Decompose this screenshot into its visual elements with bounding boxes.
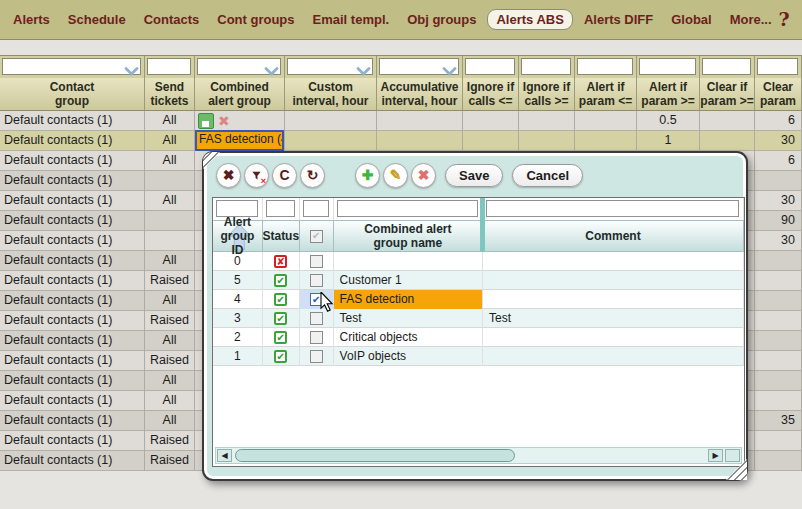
dialog-column-header-name[interactable]: Combined alertgroup name: [334, 220, 483, 252]
clear-button[interactable]: C: [272, 163, 297, 188]
dropdown-chevron-icon[interactable]: [124, 62, 139, 80]
help-icon[interactable]: ?: [779, 11, 790, 28]
column-header-ignore-if-calls-ge[interactable]: Ignore ifcalls >=: [519, 78, 575, 111]
add-button[interactable]: ✚: [355, 163, 380, 188]
row-checkbox[interactable]: [310, 312, 323, 325]
dropdown-chevron-icon[interactable]: [356, 62, 371, 80]
filter-input-alert-if-param-ge[interactable]: [639, 58, 696, 75]
dialog-filter-row: [213, 198, 744, 220]
menu-item-schedule[interactable]: Schedule: [61, 9, 133, 30]
add-icon: ✚: [362, 168, 374, 182]
filter-input-send-tickets[interactable]: [147, 58, 191, 75]
dialog-table: Alertgroup IDStatus✔Combined alertgroup …: [212, 197, 745, 467]
filter-input-ignore-if-calls-le[interactable]: [465, 58, 515, 75]
scroll-left-button[interactable]: ◀: [217, 449, 232, 462]
edit-icon: ✎: [390, 168, 402, 182]
close-icon: ✖: [223, 168, 235, 182]
menu-item-alerts-diff[interactable]: Alerts DIFF: [577, 9, 660, 30]
cancel-button[interactable]: Cancel: [512, 164, 583, 187]
table-row[interactable]: Default contacts (1)All✖0.56: [0, 111, 802, 131]
dialog-table-row[interactable]: 3✔TestTest: [213, 309, 744, 328]
select-all-checkbox[interactable]: ✔: [310, 230, 323, 243]
column-header-clear-param[interactable]: Clearparam: [755, 78, 802, 111]
menu-item-global[interactable]: Global: [664, 9, 718, 30]
column-header-ignore-if-calls-le[interactable]: Ignore ifcalls <=: [463, 78, 519, 111]
mouse-cursor: [320, 292, 336, 313]
table-row[interactable]: Default contacts (1)AllFAS detection (41…: [0, 131, 802, 151]
dialog-column-header-check[interactable]: ✔: [300, 220, 334, 252]
dialog-header-row: Alertgroup IDStatus✔Combined alertgroup …: [213, 220, 744, 252]
selected-group-name[interactable]: FAS detection: [334, 290, 482, 309]
save-button[interactable]: Save: [445, 164, 503, 187]
close-button[interactable]: ✖: [216, 163, 241, 188]
column-header-alert-if-param-le[interactable]: Alert ifparam <=: [575, 78, 637, 111]
menu-item-alerts-abs[interactable]: Alerts ABS: [487, 9, 572, 30]
menu-item-more[interactable]: More...: [723, 9, 779, 30]
scroll-right-button[interactable]: ▶: [708, 449, 723, 462]
filter-input-contact-group[interactable]: [2, 58, 141, 75]
filter-clear-x-icon: ×: [261, 177, 266, 186]
filter-input-custom-interval-hour[interactable]: [287, 58, 373, 75]
column-header-accumulative-interval-hour[interactable]: Accumulativeinterval, hour: [377, 78, 463, 111]
menu-item-alerts[interactable]: Alerts: [6, 9, 57, 30]
dialog-table-row[interactable]: 5✔Customer 1: [213, 271, 744, 290]
filter-input-accumulative-interval-hour[interactable]: [379, 58, 459, 75]
clear-icon: C: [279, 168, 289, 182]
dropdown-chevron-icon[interactable]: [264, 62, 279, 80]
row-checkbox[interactable]: [310, 255, 323, 268]
filter-input-alert-if-param-le[interactable]: [577, 58, 633, 75]
delete-button[interactable]: ✖: [411, 163, 436, 188]
dialog-column-header-comment[interactable]: Comment: [483, 220, 744, 252]
dialog-column-header-id[interactable]: Alertgroup ID: [213, 220, 263, 252]
menu-items: AlertsScheduleContactsCont groupsEmail t…: [0, 9, 779, 30]
row-checkbox[interactable]: [310, 350, 323, 363]
dialog-filter-input-status[interactable]: [266, 200, 295, 217]
dialog-table-row[interactable]: 1✔VoIP objects: [213, 347, 744, 366]
dialog-table-row[interactable]: 2✔Critical objects: [213, 328, 744, 347]
row-checkbox[interactable]: [310, 274, 323, 287]
column-header-contact-group[interactable]: Contactgroup: [0, 78, 145, 111]
toolbar-strip: [0, 40, 802, 55]
menu-item-email-templ[interactable]: Email templ.: [306, 9, 397, 30]
save-icon[interactable]: [198, 113, 214, 129]
refresh-icon: ↻: [307, 168, 319, 182]
status-ok-icon: ✔: [274, 274, 287, 287]
dialog-table-row[interactable]: 0✘: [213, 252, 744, 271]
filter-input-combined-alert-group[interactable]: [197, 58, 281, 75]
column-header-alert-if-param-ge[interactable]: Alert ifparam >=: [637, 78, 700, 111]
menu-item-obj-groups[interactable]: Obj groups: [400, 9, 483, 30]
dialog-toolbar: ✖×C↻ ✚✎✖ Save Cancel: [216, 160, 736, 190]
column-header-send-tickets[interactable]: Sendtickets: [145, 78, 195, 111]
scrollbar-thumb[interactable]: [235, 449, 515, 462]
menu-item-cont-groups[interactable]: Cont groups: [210, 9, 301, 30]
filter-input-clear-if-param-ge[interactable]: [702, 58, 751, 75]
menu-item-contacts[interactable]: Contacts: [137, 9, 207, 30]
app-window: AlertsScheduleContactsCont groupsEmail t…: [0, 0, 802, 509]
row-checkbox[interactable]: [310, 331, 323, 344]
table-filter-row: [0, 55, 802, 78]
refresh-button[interactable]: ↻: [300, 163, 325, 188]
dialog-horizontal-scrollbar[interactable]: ◀ ▶: [215, 447, 742, 464]
column-header-custom-interval-hour[interactable]: Custominterval, hour: [285, 78, 377, 111]
edit-button[interactable]: ✎: [383, 163, 408, 188]
combined-alert-group-editor[interactable]: FAS detection (4: [195, 130, 284, 151]
dialog-toolbar-right-group: ✚✎✖: [355, 163, 436, 188]
dialog-filter-input-name[interactable]: [337, 200, 478, 217]
menu-icon-group: ?✎✕: [779, 11, 802, 29]
cancel-icon[interactable]: ✖: [218, 114, 230, 128]
column-header-combined-alert-group[interactable]: Combinedalert group: [195, 78, 285, 111]
dropdown-chevron-icon[interactable]: [442, 62, 457, 80]
dialog-filter-input-comment[interactable]: [486, 200, 739, 217]
dialog-column-header-status[interactable]: Status: [263, 220, 300, 252]
dialog-table-row[interactable]: 4✔✔FAS detection: [213, 290, 744, 309]
column-header-clear-if-param-ge[interactable]: Clear ifparam >=: [700, 78, 755, 111]
column-resize-indicator[interactable]: [480, 198, 485, 252]
dialog-filter-input-check[interactable]: [303, 200, 329, 217]
status-error-icon: ✘: [274, 255, 287, 268]
status-ok-icon: ✔: [274, 312, 287, 325]
combined-alert-group-dialog: ✖×C↻ ✚✎✖ Save Cancel Alertgroup IDStatus…: [202, 151, 748, 481]
filter-input-clear-param[interactable]: [757, 58, 798, 75]
filter-input-ignore-if-calls-ge[interactable]: [521, 58, 571, 75]
filter-clear-button[interactable]: ×: [244, 163, 269, 188]
table-header-row: ContactgroupSendticketsCombinedalert gro…: [0, 78, 802, 111]
